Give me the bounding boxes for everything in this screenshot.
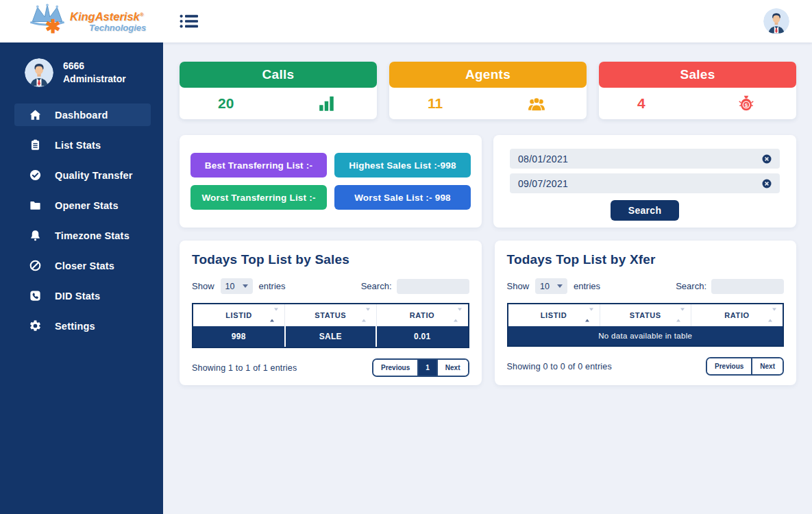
slash-circle-icon xyxy=(29,259,42,272)
sidebar: 6666 Administrator Dashboard List Stats … xyxy=(0,42,163,514)
quick-lists-panel: Best Transferring List :- Highest Sales … xyxy=(180,135,482,228)
start-date-input[interactable]: 08/01/2021 xyxy=(510,149,780,169)
start-date-value: 08/01/2021 xyxy=(518,154,568,164)
sidebar-user-meta: 6666 Administrator xyxy=(63,60,126,86)
sidebar-item-quality-transfer[interactable]: Quality Transfer xyxy=(14,164,151,186)
column-header-ratio[interactable]: RATIO xyxy=(376,304,468,326)
xfer-table: LISTID STATUS RATIO No data available in… xyxy=(508,304,783,345)
column-header-status[interactable]: STATUS xyxy=(600,304,691,326)
sort-icon xyxy=(676,311,685,319)
show-label: Show xyxy=(507,281,530,291)
sidebar-item-label: List Stats xyxy=(55,140,101,151)
worst-transferring-list-button[interactable]: Worst Transferring List :- xyxy=(190,185,327,210)
check-circle-icon xyxy=(29,169,42,182)
brand-subtitle: Technologies xyxy=(89,23,146,33)
cell-status: SALE xyxy=(285,326,377,347)
agents-card-header: Agents xyxy=(389,62,587,88)
empty-table-row: No data available in table xyxy=(508,326,783,345)
phone-square-icon xyxy=(29,289,42,302)
money-bag-icon: $ xyxy=(736,95,756,112)
folder-icon xyxy=(29,199,42,212)
sales-showing-entries: Showing 1 to 1 of 1 entries xyxy=(192,363,297,373)
column-header-ratio[interactable]: RATIO xyxy=(691,304,783,326)
sidebar-item-label: Dashboard xyxy=(55,110,108,121)
sidebar-user-avatar xyxy=(25,58,53,87)
sidebar-item-timezone-stats[interactable]: Timezone Stats xyxy=(14,224,151,247)
agents-value: 11 xyxy=(428,95,443,112)
gear-icon xyxy=(29,319,42,332)
sidebar-item-opener-stats[interactable]: Opener Stats xyxy=(14,194,151,217)
calls-card-header: Calls xyxy=(180,62,377,88)
agents-card: Agents 11 xyxy=(389,62,587,119)
svg-text:$: $ xyxy=(745,102,748,108)
home-icon xyxy=(29,108,42,121)
column-header-listid[interactable]: LISTID xyxy=(508,304,600,326)
menu-toggle-icon[interactable] xyxy=(180,13,198,29)
sales-table-search-input[interactable] xyxy=(397,279,469,294)
bell-icon xyxy=(29,229,42,242)
sales-value: 4 xyxy=(637,95,645,112)
user-id: 6666 xyxy=(63,60,126,73)
highest-sales-list-button[interactable]: Highest Sales List :-998 xyxy=(334,153,471,178)
show-label: Show xyxy=(192,281,214,291)
column-header-listid[interactable]: LISTID xyxy=(193,304,285,326)
entries-label: entries xyxy=(259,281,286,291)
brand-name: KingAsterisk® xyxy=(70,10,144,23)
xfer-showing-entries: Showing 0 to 0 of 0 entries xyxy=(507,362,612,371)
main-content: Calls 20 Agents 11 Sales xyxy=(163,42,812,514)
user-avatar[interactable] xyxy=(763,8,789,34)
page-number-button[interactable]: 1 xyxy=(417,360,438,376)
clear-start-date-icon[interactable] xyxy=(762,154,772,164)
clear-end-date-icon[interactable] xyxy=(762,179,772,188)
clipboard-list-icon xyxy=(29,138,42,151)
next-page-button[interactable]: Next xyxy=(752,358,783,374)
sidebar-item-settings[interactable]: Settings xyxy=(14,315,151,337)
xfer-pagination: Previous Next xyxy=(706,357,784,376)
tables-row: Todays Top List by Sales Show 10 entries… xyxy=(180,241,796,385)
sales-pagination: Previous 1 Next xyxy=(372,358,469,377)
stats-row: Calls 20 Agents 11 Sales xyxy=(180,62,796,119)
previous-page-button[interactable]: Previous xyxy=(707,358,751,374)
top-list-xfer-panel: Todays Top List by Xfer Show 10 entries … xyxy=(495,241,797,385)
sort-icon xyxy=(768,311,776,319)
date-filter-panel: 08/01/2021 09/07/2021 Search xyxy=(493,135,796,228)
sidebar-item-label: Settings xyxy=(55,321,95,332)
column-header-status[interactable]: STATUS xyxy=(285,304,377,326)
bar-chart-icon xyxy=(317,95,337,112)
cell-listid: 998 xyxy=(193,326,285,347)
sidebar-item-label: Opener Stats xyxy=(55,200,119,211)
best-transferring-list-button[interactable]: Best Transferring List :- xyxy=(190,153,327,178)
chevron-down-icon xyxy=(243,284,248,288)
asterisk-logo-icon: ✱ xyxy=(45,18,61,36)
cell-ratio: 0.01 xyxy=(376,326,468,347)
sort-icon xyxy=(270,311,278,319)
worst-sale-list-button[interactable]: Worst Sale List :- 998 xyxy=(334,185,471,210)
sales-card-header: Sales xyxy=(599,62,796,88)
agents-group-icon xyxy=(526,95,547,112)
sidebar-nav: Dashboard List Stats Quality Transfer Op… xyxy=(0,103,163,337)
sidebar-item-label: Closer Stats xyxy=(55,260,114,271)
page-size-select[interactable]: 10 xyxy=(535,278,567,294)
sort-icon xyxy=(454,311,462,319)
registered-mark: ® xyxy=(140,12,144,18)
brand-logo: ✱ KingAsterisk® Technologies xyxy=(27,1,158,41)
page-size-select[interactable]: 10 xyxy=(221,278,253,294)
sidebar-item-label: DID Stats xyxy=(55,291,100,302)
next-page-button[interactable]: Next xyxy=(438,360,468,376)
xfer-table-title: Todays Top List by Xfer xyxy=(507,252,785,267)
sidebar-item-list-stats[interactable]: List Stats xyxy=(14,134,151,156)
end-date-input[interactable]: 09/07/2021 xyxy=(510,173,780,193)
sidebar-item-did-stats[interactable]: DID Stats xyxy=(14,284,151,307)
sidebar-item-dashboard[interactable]: Dashboard xyxy=(14,103,151,126)
sidebar-item-label: Timezone Stats xyxy=(55,230,130,241)
sidebar-item-closer-stats[interactable]: Closer Stats xyxy=(14,254,151,277)
xfer-table-search-input[interactable] xyxy=(711,279,784,294)
date-search-button[interactable]: Search xyxy=(611,200,680,221)
sort-icon xyxy=(585,311,593,319)
sort-icon xyxy=(362,311,370,319)
previous-page-button[interactable]: Previous xyxy=(373,360,417,376)
sales-table: LISTID STATUS RATIO 998 SALE 0.01 xyxy=(193,304,468,347)
filters-row: Best Transferring List :- Highest Sales … xyxy=(180,135,796,228)
top-header: ✱ KingAsterisk® Technologies xyxy=(0,0,812,42)
sales-card: Sales 4 $ xyxy=(599,62,796,119)
